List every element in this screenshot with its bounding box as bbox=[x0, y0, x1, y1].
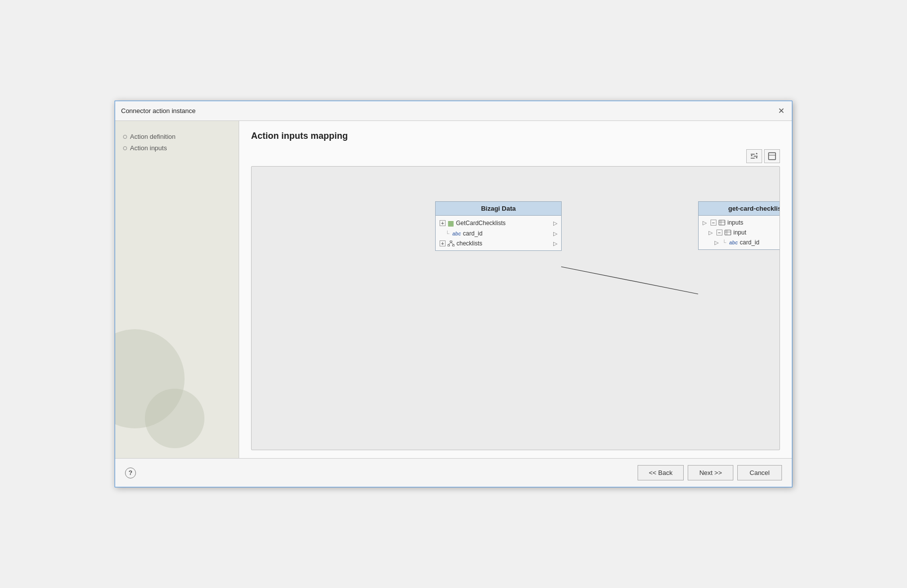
next-button[interactable]: Next >> bbox=[688, 465, 733, 480]
right-tree-line: └ bbox=[722, 239, 726, 245]
arrange-button[interactable] bbox=[746, 149, 762, 163]
footer-right: << Back Next >> Cancel bbox=[638, 465, 782, 480]
abc-icon-1: abc bbox=[453, 231, 461, 236]
svg-point-9 bbox=[450, 240, 452, 242]
content-area: Action definition Action inputs Action i… bbox=[115, 121, 792, 458]
close-button[interactable]: ✕ bbox=[776, 106, 786, 116]
sidebar-item-action-definition[interactable]: Action definition bbox=[123, 131, 231, 142]
footer: ? << Back Next >> Cancel bbox=[115, 458, 792, 487]
right-abc-icon: abc bbox=[729, 240, 738, 245]
title-bar: Connector action instance ✕ bbox=[115, 101, 792, 121]
right-row-3-text: card_id bbox=[740, 239, 759, 246]
layout-icon bbox=[768, 152, 777, 161]
svg-point-10 bbox=[448, 244, 450, 246]
help-button[interactable]: ? bbox=[125, 468, 136, 478]
svg-marker-3 bbox=[756, 153, 758, 154]
canvas-inner: Bizagi Data + ▦ GetCardChecklists ▷ bbox=[252, 167, 779, 450]
dialog-title: Connector action instance bbox=[121, 107, 195, 115]
right-data-box: get-card-checklists ▷ − bbox=[698, 201, 780, 250]
struct-icon-1 bbox=[448, 240, 454, 246]
right-expand-1[interactable]: − bbox=[711, 220, 716, 226]
svg-rect-14 bbox=[719, 220, 725, 225]
right-row-2: ▷ − input bbox=[699, 228, 780, 237]
svg-rect-6 bbox=[769, 153, 776, 160]
svg-line-13 bbox=[451, 242, 454, 244]
svg-point-11 bbox=[453, 244, 454, 246]
right-box-header: get-card-checklists bbox=[699, 202, 780, 216]
left-box-rows: + ▦ GetCardChecklists ▷ └ abc card_id ▷ bbox=[436, 216, 561, 250]
right-connector-in-2: ▷ bbox=[709, 230, 713, 236]
tree-line-1: └ bbox=[446, 231, 450, 236]
sidebar: Action definition Action inputs bbox=[115, 121, 239, 458]
svg-line-12 bbox=[449, 242, 451, 244]
svg-marker-5 bbox=[756, 157, 758, 158]
sidebar-dot-1 bbox=[123, 135, 127, 139]
svg-marker-4 bbox=[751, 155, 753, 156]
left-box-header: Bizagi Data bbox=[436, 202, 561, 216]
left-row-3-text: checklists bbox=[456, 240, 482, 247]
back-button[interactable]: << Back bbox=[638, 465, 684, 480]
left-row-1-text: GetCardChecklists bbox=[456, 220, 506, 227]
svg-line-8 bbox=[561, 267, 698, 294]
right-connector-in-1: ▷ bbox=[703, 220, 707, 226]
sidebar-label-action-definition: Action definition bbox=[130, 133, 176, 140]
connector-out-3: ▷ bbox=[553, 240, 557, 247]
connector-out-2: ▷ bbox=[553, 231, 557, 237]
right-struct-icon-2 bbox=[724, 230, 731, 235]
arrange-icon bbox=[750, 152, 759, 161]
sidebar-dot-2 bbox=[123, 146, 127, 150]
svg-rect-17 bbox=[725, 230, 731, 235]
right-expand-2[interactable]: − bbox=[716, 230, 722, 235]
left-data-box: Bizagi Data + ▦ GetCardChecklists ▷ bbox=[435, 201, 562, 251]
left-row-1: + ▦ GetCardChecklists ▷ bbox=[436, 218, 561, 229]
layout-button[interactable] bbox=[764, 149, 780, 163]
right-connector-in-3: ▷ bbox=[714, 239, 718, 246]
cancel-button[interactable]: Cancel bbox=[737, 465, 782, 480]
right-struct-icon-1 bbox=[718, 220, 725, 226]
sidebar-decoration-2 bbox=[145, 389, 204, 448]
expand-icon-2[interactable]: + bbox=[440, 240, 446, 246]
dialog: Connector action instance ✕ Action defin… bbox=[115, 101, 792, 487]
connector-out-1: ▷ bbox=[553, 220, 557, 227]
footer-left: ? bbox=[125, 468, 136, 478]
sidebar-label-action-inputs: Action inputs bbox=[130, 144, 167, 152]
left-row-2-text: card_id bbox=[463, 230, 482, 237]
main-panel: Action inputs mapping bbox=[239, 121, 792, 458]
left-row-2: └ abc card_id ▷ bbox=[436, 229, 561, 238]
mapping-canvas: Bizagi Data + ▦ GetCardChecklists ▷ bbox=[251, 166, 780, 450]
right-row-3: ▷ └ abc card_id bbox=[699, 237, 780, 247]
expand-icon-1[interactable]: + bbox=[440, 220, 446, 226]
right-row-1: ▷ − inputs bbox=[699, 218, 780, 228]
right-box-rows: ▷ − inputs ▷ bbox=[699, 216, 780, 249]
left-row-3: + checklists ▷ bbox=[436, 238, 561, 248]
page-title: Action inputs mapping bbox=[251, 131, 780, 141]
right-row-1-text: inputs bbox=[727, 219, 743, 226]
table-icon-1: ▦ bbox=[448, 219, 454, 227]
toolbar bbox=[251, 149, 780, 163]
sidebar-item-action-inputs[interactable]: Action inputs bbox=[123, 142, 231, 154]
right-row-2-text: input bbox=[733, 229, 746, 236]
